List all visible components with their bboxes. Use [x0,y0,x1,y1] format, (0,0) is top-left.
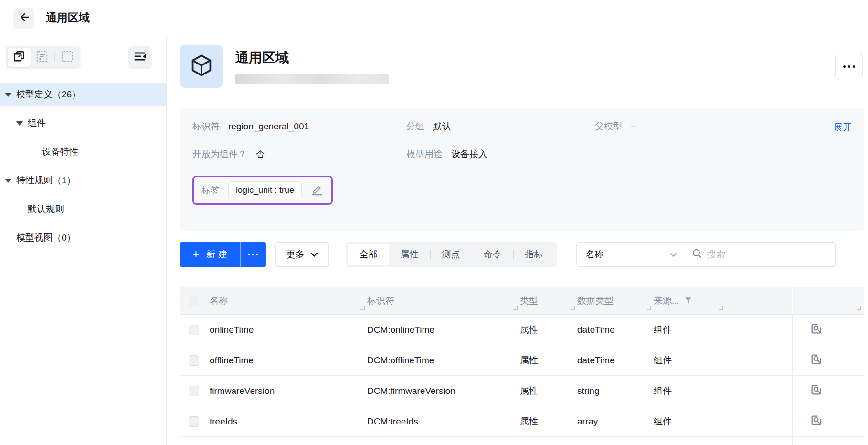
info-field-group: 分组 默认 [406,120,595,133]
table-row[interactable]: currentStatus DCM:currentStatus 属性 enum … [180,437,864,445]
cell-type: 属性 [520,315,577,345]
preview-icon [810,322,823,338]
field-value: 否 [255,148,265,160]
create-button[interactable]: + 新建 [180,242,240,267]
view-switcher-empty-select[interactable] [56,48,79,67]
view-switcher-layers[interactable] [8,48,31,67]
tree-item-model-definition[interactable]: 模型定义（26） [0,83,166,106]
preview-icon [810,383,823,399]
menu-fold-icon [133,49,147,65]
column-header-name[interactable]: 名称 [210,287,367,314]
table-row[interactable]: offlineTime DCM:offlineTime 属性 dateTime … [180,345,864,376]
column-header-data-type[interactable]: 数据类型 [577,287,654,314]
tab-metrics[interactable]: 指标 [514,244,555,265]
cell-source: 组件 [654,345,725,375]
row-checkbox[interactable] [189,355,199,366]
ellipsis-icon [248,254,250,255]
model-icon-tile [180,45,223,88]
row-checkbox[interactable] [189,325,199,335]
field-value: -- [631,121,637,132]
search-group: 名称 [576,242,836,267]
view-switcher-select-list[interactable] [31,48,53,67]
create-more-button[interactable] [240,242,266,267]
column-header-type[interactable]: 类型 [520,287,577,314]
model-header: 通用区域 [180,45,868,88]
features-table: 名称 标识符 类型 数据类型 [180,287,864,445]
cell-name: firmwareVersion [210,376,367,406]
filter-funnel-icon[interactable] [684,297,692,305]
view-detail-button[interactable] [810,414,823,429]
field-label: 模型用途 [406,148,443,160]
cell-identifier: DCM:onlineTime [367,315,520,345]
cell-name: treeIds [210,406,367,436]
column-header-identifier[interactable]: 标识符 [367,287,520,314]
cell-source: 组件 [654,315,725,345]
cell-data-type: dateTime [577,345,654,375]
back-arrow-icon [18,11,30,25]
column-header-source[interactable]: 来源... [654,287,725,314]
dashed-square-icon [61,50,74,65]
tab-all[interactable]: 全部 [348,244,389,265]
caret-down-icon[interactable] [16,121,23,126]
tree-item-label: 默认规则 [28,203,64,215]
table-row[interactable]: treeIds DCM:treeIds 属性 array 组件 [180,406,864,437]
tag-chip[interactable]: logic_unit : true [228,181,302,199]
tree-item-label: 特性规则（1） [16,174,76,187]
search-input[interactable] [707,249,828,260]
cell-type: 属性 [520,345,577,375]
tree-item-model-views[interactable]: 模型视图（0） [0,226,166,249]
more-dropdown-button[interactable]: 更多 [275,242,329,267]
header-more-button[interactable] [835,53,863,80]
table-row[interactable]: firmwareVersion DCM:firmwareVersion 属性 s… [180,376,864,406]
model-tree: 模型定义（26） 组件 设备特性 特性规则（1） 默认规则 [0,83,166,249]
column-resize-handle[interactable] [513,306,518,310]
view-switcher [6,46,81,69]
cell-source: 组件 [654,437,725,445]
field-value: 默认 [433,120,451,133]
tree-item-feature-rules[interactable]: 特性规则（1） [0,169,166,192]
info-field-parent-model: 父模型 -- [595,120,637,133]
field-label: 开放为组件？ [192,148,247,160]
create-button-label: 新建 [206,248,231,261]
view-detail-button[interactable] [810,322,823,338]
tree-item-label: 模型视图（0） [16,232,76,244]
column-resize-handle[interactable] [571,306,575,310]
tag-label: 标签 [201,184,220,197]
cell-data-type: enum [577,437,654,445]
column-resize-handle[interactable] [857,306,861,310]
view-detail-button[interactable] [810,383,823,399]
back-button[interactable] [13,8,34,29]
tab-measure-points[interactable]: 测点 [431,244,472,265]
select-all-checkbox[interactable] [189,296,199,306]
view-detail-button[interactable] [810,353,823,368]
column-resize-handle[interactable] [719,306,723,310]
column-resize-handle[interactable] [360,306,365,310]
table-row[interactable]: onlineTime DCM:onlineTime 属性 dateTime 组件 [180,315,864,345]
info-field-open-as-component: 开放为组件？ 否 [192,148,406,160]
column-header-actions [792,287,864,314]
tree-item-components[interactable]: 组件 [0,112,166,135]
cell-identifier: DCM:offlineTime [367,345,520,375]
edit-tags-button[interactable] [310,183,324,198]
cell-identifier: DCM:treeIds [367,406,520,436]
tab-attributes[interactable]: 属性 [389,244,430,265]
row-checkbox[interactable] [189,386,199,396]
cell-name: currentStatus [210,437,367,445]
caret-down-icon[interactable] [5,179,11,183]
info-field-identifier: 标识符 region_general_001 [192,120,406,133]
collapse-sidebar-button[interactable] [128,46,152,69]
expand-link[interactable]: 展开 [834,121,852,134]
caret-down-icon[interactable] [5,93,11,97]
create-split-button: + 新建 [180,242,266,267]
row-checkbox[interactable] [189,416,199,427]
tree-item-device-feature[interactable]: 设备特性 [0,140,166,163]
search-field-select[interactable]: 名称 [576,242,685,267]
app-window: 通用区域 [0,0,868,445]
column-resize-handle[interactable] [647,306,651,310]
field-value: region_general_001 [228,121,309,132]
feature-type-tabs: 全部 属性 测点 命令 指标 [346,242,557,267]
tree-item-default-rule[interactable]: 默认规则 [0,198,166,221]
tree-item-label: 模型定义（26） [16,88,81,101]
tab-commands[interactable]: 命令 [472,244,513,265]
model-title: 通用区域 [235,49,389,67]
